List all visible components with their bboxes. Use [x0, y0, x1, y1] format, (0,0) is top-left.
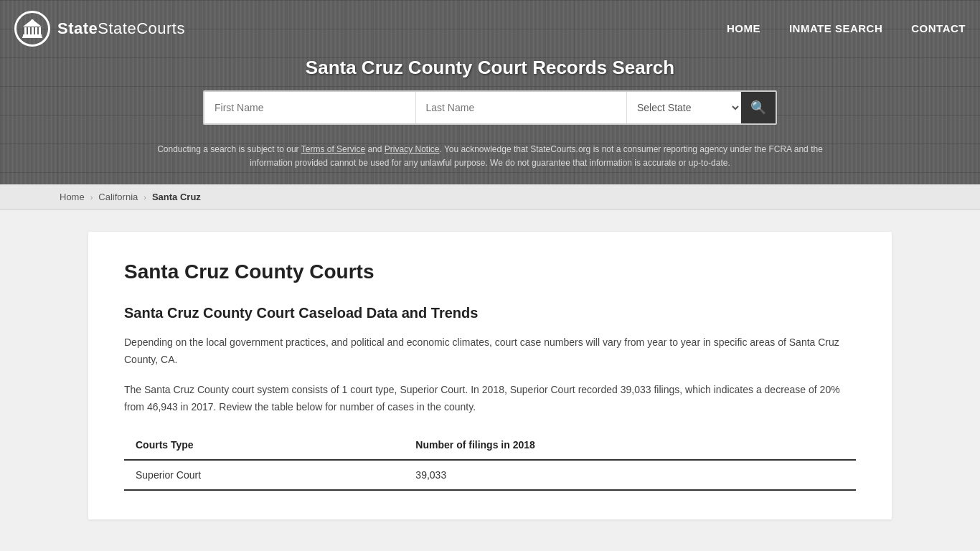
logo-icon [14, 11, 50, 47]
breadcrumb-home[interactable]: Home [60, 192, 85, 202]
content-card: Santa Cruz County Courts Santa Cruz Coun… [88, 232, 892, 519]
search-section: Santa Cruz County Court Records Search S… [0, 57, 980, 136]
last-name-input[interactable] [415, 92, 627, 123]
svg-rect-2 [24, 27, 27, 34]
nav-links: HOME INMATE SEARCH CONTACT [727, 22, 966, 34]
state-select[interactable]: Select State AlabamaAlaskaArizona Arkans… [626, 92, 741, 123]
disclaimer-text-between: and [365, 144, 385, 154]
svg-rect-5 [35, 27, 37, 34]
search-button[interactable]: 🔍 [741, 92, 776, 123]
navbar: StateStateCourts HOME INMATE SEARCH CONT… [0, 0, 980, 57]
disclaimer: Conducting a search is subject to our Te… [131, 143, 849, 184]
cell-court-type: Superior Court [124, 460, 404, 490]
svg-marker-1 [23, 19, 42, 27]
disclaimer-text-before: Conducting a search is subject to our [157, 144, 301, 154]
breadcrumb-state[interactable]: California [98, 192, 138, 202]
cell-filings: 39,033 [404, 460, 856, 490]
first-name-input[interactable] [204, 92, 415, 123]
logo-text: StateStateCourts [57, 19, 185, 38]
svg-rect-6 [39, 27, 41, 34]
search-bar: Select State AlabamaAlaskaArizona Arkans… [203, 90, 777, 125]
breadcrumb: Home › California › Santa Cruz [60, 192, 920, 202]
site-logo[interactable]: StateStateCourts [14, 11, 185, 47]
terms-of-service-link[interactable]: Terms of Service [301, 144, 365, 154]
table-header-row: Courts Type Number of filings in 2018 [124, 430, 856, 460]
page-title: Santa Cruz County Court Records Search [306, 57, 674, 79]
breadcrumb-bar: Home › California › Santa Cruz [0, 184, 980, 210]
filings-table: Courts Type Number of filings in 2018 Su… [124, 430, 856, 491]
nav-contact[interactable]: CONTACT [911, 22, 966, 34]
content-section-title: Santa Cruz County Court Caseload Data an… [124, 305, 856, 321]
col-filings-header: Number of filings in 2018 [404, 430, 856, 460]
search-icon: 🔍 [750, 100, 766, 116]
table-row: Superior Court 39,033 [124, 460, 856, 490]
breadcrumb-sep-1: › [90, 193, 93, 202]
col-court-type-header: Courts Type [124, 430, 404, 460]
privacy-notice-link[interactable]: Privacy Notice [385, 144, 440, 154]
main-content: Santa Cruz County Courts Santa Cruz Coun… [60, 232, 920, 519]
content-paragraph-1: Depending on the local government practi… [124, 334, 856, 369]
nav-inmate-search[interactable]: INMATE SEARCH [789, 22, 882, 34]
hero-section: StateStateCourts HOME INMATE SEARCH CONT… [0, 0, 980, 184]
content-main-title: Santa Cruz County Courts [124, 260, 856, 283]
svg-rect-4 [32, 27, 34, 34]
svg-rect-3 [28, 27, 30, 34]
breadcrumb-sep-2: › [143, 193, 146, 202]
breadcrumb-current: Santa Cruz [152, 192, 201, 202]
svg-rect-7 [23, 34, 42, 37]
nav-home[interactable]: HOME [727, 22, 760, 34]
content-paragraph-2: The Santa Cruz County court system consi… [124, 382, 856, 416]
svg-rect-8 [22, 37, 42, 38]
